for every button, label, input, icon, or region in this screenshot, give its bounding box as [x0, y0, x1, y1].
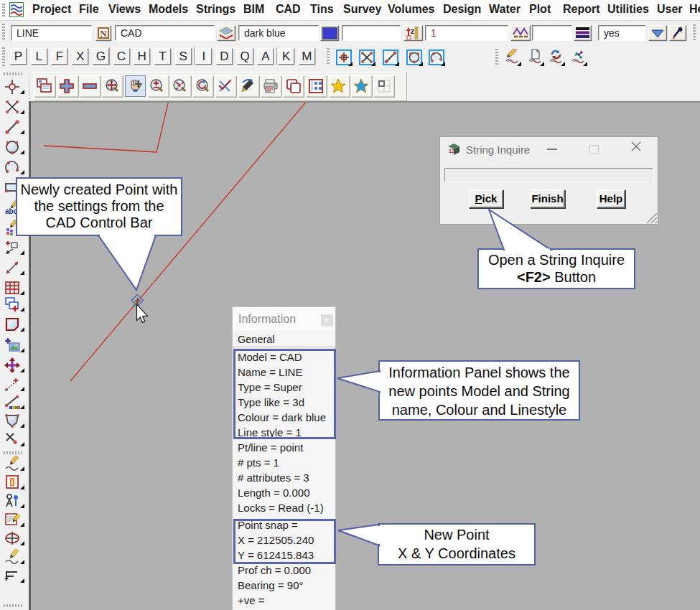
svg-text:12: 12: [449, 149, 454, 154]
svg-text:I: I: [11, 478, 14, 487]
svg-text:z: z: [411, 27, 414, 35]
